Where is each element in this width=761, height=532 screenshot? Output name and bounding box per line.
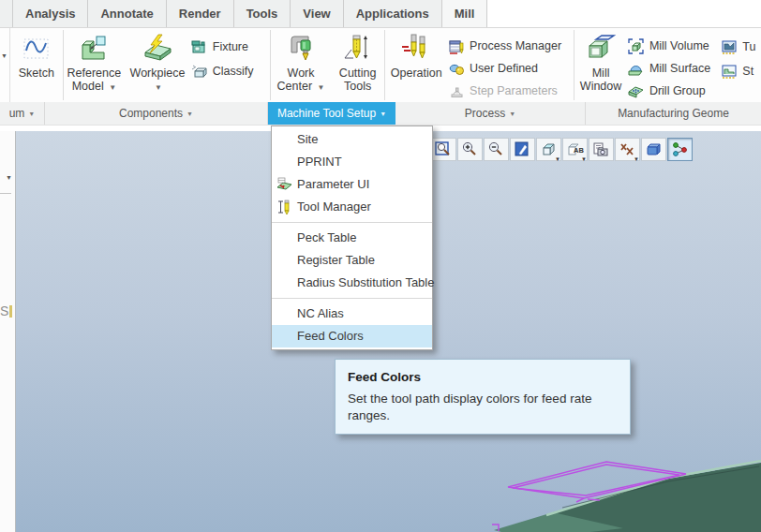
dropdown-arrow-icon: ▼ xyxy=(155,83,162,92)
ribbon-tab-bar: Analysis Annotate Render Tools View Appl… xyxy=(0,0,761,28)
operation-button[interactable]: Operation xyxy=(385,28,447,102)
spin-center-button[interactable] xyxy=(667,138,693,161)
classify-icon xyxy=(190,64,209,80)
work-center-button[interactable]: Work Center ▼ xyxy=(271,28,331,102)
step-parameters-button[interactable]: Step Parameters xyxy=(447,80,574,102)
work-center-label: Work Center ▼ xyxy=(271,66,331,94)
drill-group-button[interactable]: Drill Group xyxy=(627,80,720,102)
tab-view[interactable]: View xyxy=(291,0,343,27)
fixture-button[interactable]: Fixture xyxy=(190,35,270,59)
menu-item-radius-substitution-table[interactable]: Radius Substitution Table xyxy=(272,272,432,294)
panel-divider xyxy=(0,193,11,194)
mill-surface-icon xyxy=(627,61,646,77)
workpiece-button[interactable]: Workpiece ▼ xyxy=(125,28,190,102)
clipped-tab[interactable] xyxy=(0,0,13,27)
user-defined-button[interactable]: User Defined xyxy=(447,57,574,80)
step-parameters-label: Step Parameters xyxy=(470,84,558,97)
sketch-icon xyxy=(22,32,51,66)
reference-model-label: Reference Model ▼ xyxy=(64,66,126,94)
clipped-panel-text: S xyxy=(0,303,8,318)
tab-applications[interactable]: Applications xyxy=(344,0,442,27)
repaint-button[interactable] xyxy=(510,138,535,161)
menu-item-pprint[interactable]: PPRINT xyxy=(272,151,432,173)
mill-window-label: Mill Window xyxy=(574,66,627,94)
menu-item-nc-alias[interactable]: NC Alias xyxy=(272,303,432,325)
zoom-out-button[interactable] xyxy=(484,138,509,161)
menu-item-register-table[interactable]: Register Table xyxy=(272,249,432,272)
menu-separator xyxy=(272,298,432,299)
process-manager-button[interactable]: Process Manager xyxy=(447,35,574,57)
workpiece-model[interactable] xyxy=(450,440,761,532)
step-parameters-icon xyxy=(447,83,466,99)
menu-item-tool-manager[interactable]: Tool Manager xyxy=(272,196,432,218)
repaint-icon xyxy=(514,141,531,158)
zoom-region-button[interactable] xyxy=(431,138,456,161)
tab-annotate[interactable]: Annotate xyxy=(88,0,166,27)
turn-clipped-button[interactable]: Tu xyxy=(720,35,761,59)
tab-bar-filler xyxy=(487,0,761,27)
turn-profile-icon xyxy=(720,39,739,55)
dropdown-arrow-icon: ▼ xyxy=(555,156,560,162)
machine-tool-setup-menu: Site PPRINT Parameter UI Tool Manager Pe… xyxy=(271,126,433,350)
display-style-button[interactable]: ▼ xyxy=(536,138,561,161)
dropdown-arrow-icon: ▼ xyxy=(318,83,325,92)
workpiece-icon xyxy=(142,32,172,66)
mill-volume-label: Mill Volume xyxy=(649,39,709,52)
collapsed-panel-strip[interactable]: ▼ S xyxy=(0,131,16,532)
menu-item-site[interactable]: Site xyxy=(272,128,432,151)
group-process[interactable]: Process▼ xyxy=(395,102,586,125)
datum-display-button[interactable]: ▼ xyxy=(615,138,640,161)
menu-item-parameter-ui[interactable]: Parameter UI xyxy=(272,173,432,196)
tool-manager-icon xyxy=(276,199,292,223)
fixture-icon xyxy=(190,39,209,55)
reference-model-button[interactable]: Reference Model ▼ xyxy=(64,28,126,102)
ribbon: ▼ Sketch Reference Model ▼ Workpiece ▼ xyxy=(0,28,761,102)
cutting-tools-button[interactable]: Cutting Tools xyxy=(331,28,385,102)
tab-mill[interactable]: Mill xyxy=(442,0,488,27)
classify-button[interactable]: Classify xyxy=(190,59,270,83)
process-manager-label: Process Manager xyxy=(470,39,561,52)
fixture-classify-column: Fixture Classify xyxy=(190,28,270,102)
tab-analysis[interactable]: Analysis xyxy=(13,0,88,27)
view-manager-icon xyxy=(645,141,663,158)
spin-center-icon xyxy=(671,141,689,158)
sketch-label: Sketch xyxy=(19,66,54,80)
zoom-out-icon xyxy=(487,141,505,158)
drill-group-icon xyxy=(627,83,646,99)
mill-volume-icon xyxy=(627,38,646,54)
mill-window-button[interactable]: Mill Window xyxy=(574,28,627,102)
view-manager-button[interactable] xyxy=(641,138,666,161)
group-manufacturing-geometry[interactable]: Manufacturing Geome xyxy=(586,102,761,125)
drill-group-label: Drill Group xyxy=(649,84,706,97)
tab-tools[interactable]: Tools xyxy=(234,0,291,27)
tab-render[interactable]: Render xyxy=(167,0,234,27)
mill-window-icon xyxy=(585,32,617,66)
group-datum[interactable]: um▼ xyxy=(0,102,45,125)
turn-clipped-label: Tu xyxy=(742,40,755,53)
zoom-region-icon xyxy=(435,141,453,158)
clipped-icon xyxy=(9,305,12,318)
mill-surface-label: Mill Surface xyxy=(649,62,710,75)
annotation-display-button[interactable]: AB ▼ xyxy=(562,138,588,161)
menu-item-feed-colors[interactable]: Feed Colors xyxy=(272,325,432,347)
svg-text:AB: AB xyxy=(574,146,584,155)
mill-volume-button[interactable]: Mill Volume xyxy=(627,35,720,57)
menu-item-peck-table[interactable]: Peck Table xyxy=(272,227,432,249)
sketch-button[interactable]: Sketch xyxy=(10,28,63,102)
mill-surface-button[interactable]: Mill Surface xyxy=(627,57,720,80)
dropdown-arrow-icon: ▼ xyxy=(28,111,35,117)
dropdown-arrow-icon: ▼ xyxy=(1,52,7,59)
user-defined-label: User Defined xyxy=(470,62,538,75)
cutting-tools-label: Cutting Tools xyxy=(331,66,385,94)
fixture-label: Fixture xyxy=(213,40,248,53)
group-components[interactable]: Components▼ xyxy=(45,102,268,125)
menu-separator xyxy=(272,222,432,223)
feed-colors-tooltip: Feed Colors Set the tool path display co… xyxy=(335,359,631,435)
saved-view-list-button[interactable] xyxy=(589,138,614,161)
group-machine-tool-setup[interactable]: Machine Tool Setup▼ xyxy=(268,102,395,125)
tooltip-body: Set the tool path display colors for fee… xyxy=(348,391,618,423)
clipped-button[interactable]: ▼ xyxy=(0,28,10,102)
classify-label: Classify xyxy=(213,65,254,78)
zoom-in-button[interactable] xyxy=(457,138,483,161)
step-clipped-button[interactable]: St xyxy=(720,59,761,83)
